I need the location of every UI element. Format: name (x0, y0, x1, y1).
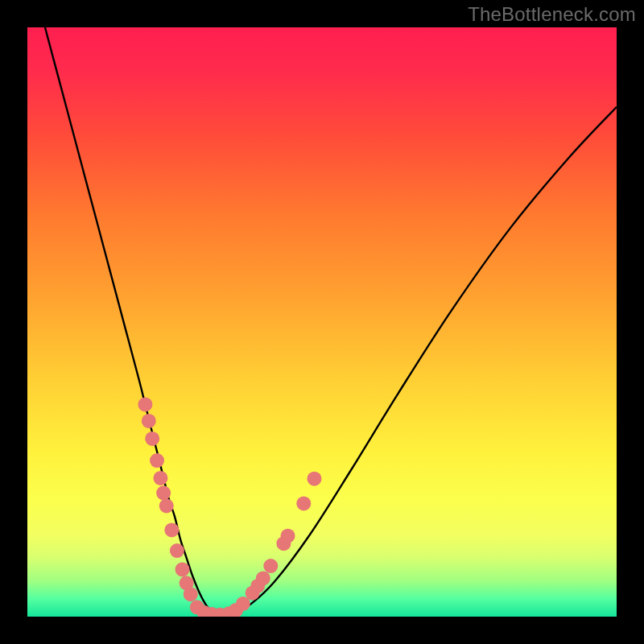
plot-svg (27, 27, 617, 617)
watermark-text: TheBottleneck.com (468, 3, 636, 26)
data-point-marker (159, 498, 174, 513)
data-point-marker (296, 496, 311, 510)
data-point-marker (142, 414, 156, 428)
chart-frame: TheBottleneck.com (0, 0, 644, 644)
data-point-marker (170, 543, 184, 558)
data-point-marker (184, 587, 198, 601)
data-point-marker (156, 485, 171, 500)
data-point-marker (150, 453, 164, 468)
gradient-background (27, 27, 617, 617)
data-point-marker (164, 522, 179, 537)
data-point-marker (281, 529, 295, 543)
data-point-marker (153, 471, 167, 485)
data-point-marker (256, 571, 270, 585)
data-point-marker (263, 559, 278, 573)
plot-area (27, 27, 617, 617)
data-point-marker (175, 562, 190, 576)
data-point-marker (145, 431, 159, 446)
data-point-marker (138, 397, 152, 411)
data-point-marker (307, 472, 321, 486)
